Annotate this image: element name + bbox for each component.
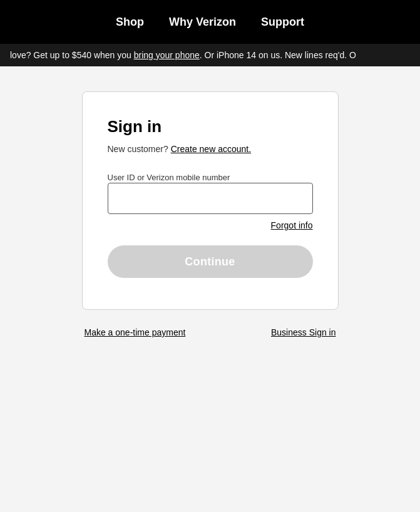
header: Shop Why Verizon Support [0, 0, 420, 44]
main-nav: Shop Why Verizon Support [116, 16, 304, 29]
one-time-payment-link[interactable]: Make a one-time payment [85, 327, 186, 337]
new-customer-text: New customer? Create new account. [108, 144, 313, 154]
footer-links: Make a one-time payment Business Sign in [82, 327, 339, 337]
signin-title: Sign in [108, 117, 313, 136]
promo-text-before: love? Get up to $540 when you [10, 50, 134, 60]
forgot-info-row: Forgot info [108, 220, 313, 230]
signin-card: Sign in New customer? Create new account… [82, 91, 339, 310]
nav-support[interactable]: Support [261, 16, 304, 29]
userid-input[interactable] [108, 183, 313, 214]
promo-bar: love? Get up to $540 when you bring your… [0, 44, 420, 66]
promo-text-after: . Or iPhone 14 on us. New lines req'd. O [200, 50, 356, 60]
promo-link[interactable]: bring your phone [134, 50, 200, 60]
userid-field-label: User ID or Verizon mobile number [108, 173, 230, 182]
nav-shop[interactable]: Shop [116, 16, 144, 29]
nav-why-verizon[interactable]: Why Verizon [169, 16, 236, 29]
forgot-info-button[interactable]: Forgot info [271, 220, 313, 230]
business-signin-link[interactable]: Business Sign in [271, 327, 336, 337]
create-account-link[interactable]: Create new account. [171, 144, 251, 154]
main-content: Sign in New customer? Create new account… [0, 66, 420, 479]
new-customer-label: New customer? [108, 144, 168, 154]
continue-button[interactable]: Continue [108, 245, 313, 278]
